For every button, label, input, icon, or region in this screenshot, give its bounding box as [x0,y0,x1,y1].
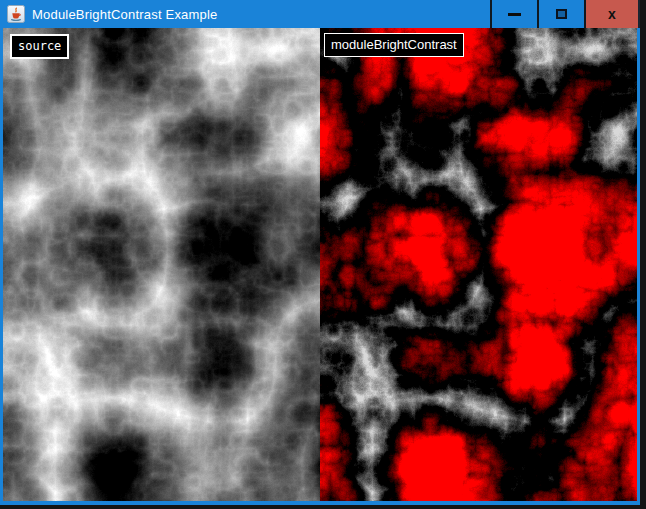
source-image-label: source [10,34,69,59]
maximize-icon [556,9,567,19]
close-icon: x [608,7,616,21]
app-window: ModuleBrightContrast Example x source mo… [0,0,640,505]
minimize-icon [508,13,521,16]
modulebrightcontrast-image-label: moduleBrightContrast [324,33,464,57]
minimize-button[interactable] [490,0,537,28]
image-area: source moduleBrightContrast [3,28,637,501]
maximize-button[interactable] [537,0,584,28]
modulebrightcontrast-image [320,28,637,501]
panel-modulebrightcontrast: moduleBrightContrast [320,28,637,501]
close-button[interactable]: x [584,0,640,28]
panel-source: source [3,28,320,501]
source-image [3,28,320,501]
window-controls: x [490,0,640,28]
titlebar[interactable]: ModuleBrightContrast Example x [3,0,637,28]
java-coffee-cup-icon [7,5,25,23]
window-title: ModuleBrightContrast Example [32,7,218,22]
